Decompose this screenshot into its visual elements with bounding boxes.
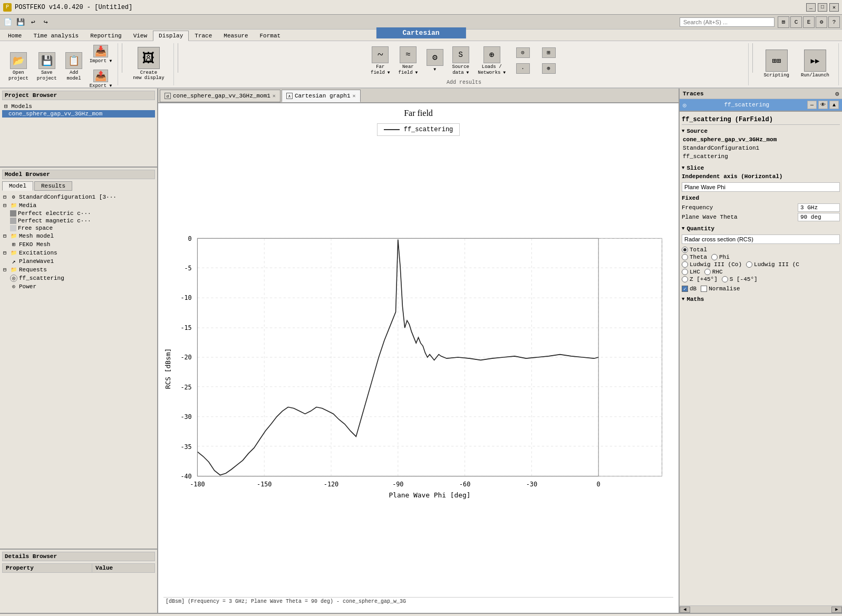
trace-expand-btn-0[interactable]: ▲ xyxy=(829,101,839,109)
tree-node-2: Perfect electric c··· xyxy=(2,210,155,217)
toolbar-icon-4[interactable]: ⚙ xyxy=(816,16,827,28)
icon-9: 📁 xyxy=(10,266,17,273)
radio-ludwig3co[interactable]: Ludwig III (Co) xyxy=(682,261,742,268)
tab-reporting[interactable]: Reporting xyxy=(84,31,127,41)
tree-models[interactable]: ⊟ Models xyxy=(2,102,155,110)
export-button[interactable]: 📤 Export ▼ xyxy=(88,68,114,91)
tab-trace[interactable]: Trace xyxy=(189,31,218,41)
radio-z45[interactable]: Z [+45°] xyxy=(682,276,718,282)
save-quick-button[interactable]: 💾 xyxy=(15,16,26,28)
radio-rhc[interactable]: RHC xyxy=(704,269,723,275)
toolbar-icon-5[interactable]: ? xyxy=(828,16,840,28)
waves-button[interactable]: ⚙ ▼ xyxy=(423,47,447,75)
redo-button[interactable]: ↪ xyxy=(40,16,52,28)
maximize-button[interactable]: □ xyxy=(818,3,827,12)
waves-icon: ⚙ xyxy=(427,49,443,66)
run-launch-button[interactable]: ▶▶ Run/launch xyxy=(796,47,834,81)
far-field-button[interactable]: ~ Farfield ▼ xyxy=(367,44,393,78)
scroll-right-btn[interactable]: ▶ xyxy=(831,607,842,613)
label-1: Media xyxy=(19,202,36,209)
quantity-subsection-title[interactable]: ▼ Quantity xyxy=(682,224,840,233)
tree-model-item[interactable]: cone_sphere_gap_vv_3GHz_mom xyxy=(2,110,155,118)
ribbon-group-display-items: 🖼 Createnew display xyxy=(128,43,169,84)
doc-tab-close-1[interactable]: ✕ xyxy=(353,93,356,99)
tab-home[interactable]: Home xyxy=(2,31,27,41)
normalise-checkbox[interactable] xyxy=(701,286,707,292)
tab-time-analysis[interactable]: Time analysis xyxy=(27,31,84,41)
tree-node-0[interactable]: ⊟ ⚙ StandardConfiguration1 [3··· xyxy=(2,193,155,201)
p-icon-button[interactable]: ⊙ xyxy=(511,46,535,61)
tree-node-7[interactable]: ⊟ 📁 Excitations xyxy=(2,249,155,257)
label-7: Excitations xyxy=(19,250,57,256)
radio-ludwig3cx-circle xyxy=(746,261,752,268)
tree-node-5[interactable]: ⊟ 📁 Mesh model xyxy=(2,232,155,240)
search-input[interactable] xyxy=(680,17,775,27)
axis-value-input[interactable] xyxy=(682,182,840,192)
results-tab[interactable]: Results xyxy=(34,181,72,191)
right-panel-scrollbar[interactable]: ◀ ▶ xyxy=(680,605,842,613)
toolbar-icon-2[interactable]: C xyxy=(790,16,802,28)
dot-icon-button[interactable]: · xyxy=(511,62,535,76)
radio-total[interactable]: Total xyxy=(682,247,707,253)
db-checkbox-item[interactable]: ✓ dB xyxy=(682,286,696,292)
theta-value: 90 deg xyxy=(798,213,840,221)
source-data-button[interactable]: S Sourcedata ▼ xyxy=(449,44,472,78)
radio-lhc-label: LHC xyxy=(690,269,700,275)
doc-tab-1[interactable]: ∧ Cartesian graph1 ✕ xyxy=(282,90,361,102)
radio-theta-circle xyxy=(682,254,688,260)
radio-rhc-circle xyxy=(704,269,711,275)
tree-node-1[interactable]: ⊟ 📁 Media xyxy=(2,201,155,210)
loads-networks-button[interactable]: ⊕ Loads /Networks ▼ xyxy=(475,44,509,78)
radio-ludwig3cx[interactable]: Ludwig III (C xyxy=(746,261,799,268)
db-checkbox[interactable]: ✓ xyxy=(682,286,688,292)
trace-line-btn-0[interactable]: — xyxy=(807,101,817,109)
close-button[interactable]: ✕ xyxy=(829,3,839,12)
model-tab[interactable]: Model xyxy=(2,181,33,191)
slice-subsection-title[interactable]: ▼ Slice xyxy=(682,164,840,172)
toolbar-icon-1[interactable]: ⊞ xyxy=(778,16,789,28)
open-project-button[interactable]: 📂 Openproject xyxy=(5,50,32,84)
trace-item-0[interactable]: ◎ ff_scattering — 👁 ▲ xyxy=(680,99,842,111)
func-icon-button[interactable]: ⊕ xyxy=(537,62,560,76)
doc-tab-0[interactable]: d cone_sphere_gap_vv_3GHz_mom1 ✕ xyxy=(160,90,280,102)
near-field-icon: ≈ xyxy=(400,46,417,63)
minimize-button[interactable]: _ xyxy=(806,3,816,12)
tab-display[interactable]: Display xyxy=(153,31,189,41)
loads-networks-icon: ⊕ xyxy=(483,46,500,63)
toolbar-icon-3[interactable]: E xyxy=(803,16,815,28)
radio-s45[interactable]: S [-45°] xyxy=(722,276,758,282)
grid-icon-button[interactable]: ⊞ xyxy=(537,46,560,61)
radio-row-theta-phi: Theta Phi xyxy=(682,254,840,260)
tab-format[interactable]: Format xyxy=(254,31,287,41)
details-col-value: Value xyxy=(92,564,155,573)
scroll-left-btn[interactable]: ◀ xyxy=(680,607,690,613)
new-button[interactable]: 📄 xyxy=(2,16,14,28)
doc-tab-close-0[interactable]: ✕ xyxy=(273,93,276,99)
save-project-button[interactable]: 💾 Saveproject xyxy=(34,50,60,84)
quantity-value-input[interactable] xyxy=(682,234,840,244)
radio-lhc[interactable]: LHC xyxy=(682,269,700,275)
radio-theta[interactable]: Theta xyxy=(682,254,707,260)
tab-view[interactable]: View xyxy=(128,31,153,41)
project-browser-title: Project Browser xyxy=(2,91,155,100)
icon-3 xyxy=(10,218,16,224)
maths-subsection-title[interactable]: ▼ Maths xyxy=(682,295,840,304)
axis-label: Independent axis (Horizontal) xyxy=(682,173,782,180)
tree-node-9[interactable]: ⊟ 📁 Requests xyxy=(2,266,155,274)
add-model-button[interactable]: 📋 Addmodel xyxy=(62,50,86,84)
radio-phi[interactable]: Phi xyxy=(711,254,730,260)
trace-eye-btn-0[interactable]: 👁 xyxy=(818,101,828,109)
undo-button[interactable]: ↩ xyxy=(27,16,39,28)
import-button[interactable]: 📥 Import ▼ xyxy=(88,43,114,66)
tab-measure[interactable]: Measure xyxy=(218,31,254,41)
create-display-button[interactable]: 🖼 Createnew display xyxy=(128,44,169,83)
scripting-button[interactable]: ⊞⊞ Scripting xyxy=(759,47,794,81)
label-0: StandardConfiguration1 [3··· xyxy=(19,194,117,200)
normalise-checkbox-item[interactable]: Normalise xyxy=(701,286,740,292)
source-subsection-title[interactable]: ▼ Source xyxy=(682,127,840,135)
near-field-button[interactable]: ≈ Nearfield ▼ xyxy=(395,44,421,78)
window-controls[interactable]: _ □ ✕ xyxy=(806,3,839,12)
tree-node-6: ⊞ FEKO Mesh xyxy=(2,240,155,249)
create-display-label: Createnew display xyxy=(133,70,164,81)
maths-subsection-label: Maths xyxy=(686,296,704,302)
